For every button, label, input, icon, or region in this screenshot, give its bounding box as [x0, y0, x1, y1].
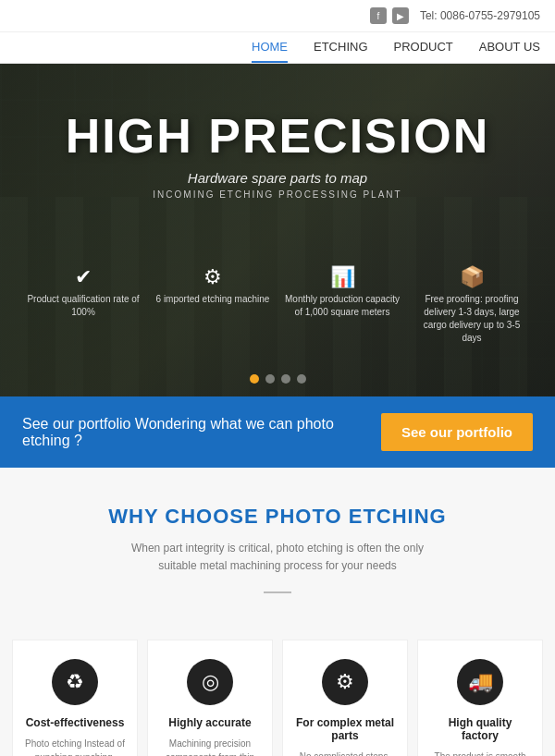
- why-section: WHY CHOOSE PHOTO ETCHING When part integ…: [0, 468, 555, 621]
- nav-etching[interactable]: ETCHING: [314, 40, 368, 63]
- feature-2-icon: ◎: [187, 659, 233, 705]
- feature-4-icon: 🚚: [457, 659, 503, 705]
- why-title: WHY CHOOSE PHOTO ETCHING: [18, 505, 536, 529]
- hero-feature-4-text: Free proofing: proofing delivery 1-3 day…: [413, 293, 531, 345]
- feature-3-title: For complex metal parts: [294, 716, 396, 742]
- why-description: When part integrity is critical, photo e…: [130, 540, 426, 575]
- nav-home[interactable]: HOME: [252, 40, 288, 63]
- dot-2[interactable]: [265, 374, 275, 384]
- hero-feature-4-icon: 📦: [413, 265, 531, 289]
- tel-info: Tel: 0086-0755-2979105: [420, 9, 540, 22]
- hero-features: ✔ Product qualification rate of 100% ⚙ 6…: [0, 258, 555, 352]
- hero-dots: [0, 374, 555, 384]
- feature-1-icon: ♻: [52, 659, 98, 705]
- hero-feature-2-text: 6 imported etching machine: [154, 293, 272, 306]
- feature-4-title: High quality factory: [429, 716, 531, 742]
- feature-card-3: ⚙ For complex metal parts No complicated…: [282, 640, 408, 756]
- hero-tag: INCOMING ETCHING PROCESSING PLANT: [0, 189, 555, 200]
- why-divider: [264, 591, 291, 593]
- hero-feature-3-text: Monthly production capacity of 1,000 squ…: [283, 293, 401, 319]
- facebook-icon[interactable]: f: [370, 7, 387, 24]
- cta-banner: See our portfolio Wondering what we can …: [0, 396, 555, 468]
- dot-4[interactable]: [297, 374, 306, 384]
- youtube-icon[interactable]: ▶: [392, 7, 409, 24]
- feature-4-text: The product is smooth without burr and n…: [429, 750, 531, 756]
- hero-section: HIGH PRECISION Hardware spare parts to m…: [0, 64, 555, 396]
- hero-feature-3: 📊 Monthly production capacity of 1,000 s…: [278, 258, 407, 352]
- hero-feature-1: ✔ Product qualification rate of 100%: [18, 258, 148, 352]
- feature-2-title: Highly accurate: [159, 716, 261, 729]
- see-portfolio-button[interactable]: See our portfolio: [381, 413, 533, 451]
- feature-card-2: ◎ Highly accurate Machining precision co…: [147, 640, 273, 756]
- hero-title: HIGH PRECISION: [0, 110, 555, 163]
- hero-content: HIGH PRECISION Hardware spare parts to m…: [0, 110, 555, 200]
- feature-3-icon: ⚙: [322, 659, 368, 705]
- feature-1-text: Photo etching Instead of punching,punchi…: [24, 737, 126, 756]
- main-nav: HOME ETCHING PRODUCT ABOUT US: [0, 32, 555, 64]
- dot-3[interactable]: [281, 374, 290, 384]
- feature-card-1: ♻ Cost-effectiveness Photo etching Inste…: [12, 640, 138, 756]
- social-links: f ▶: [370, 7, 409, 24]
- hero-feature-1-text: Product qualification rate of 100%: [24, 293, 142, 319]
- feature-3-text: No complicated steps, the use of low ris…: [294, 750, 396, 756]
- cta-text: See our portfolio Wondering what we can …: [22, 416, 381, 449]
- hero-feature-1-icon: ✔: [24, 265, 142, 289]
- features-grid: ♻ Cost-effectiveness Photo etching Inste…: [0, 621, 555, 756]
- dot-1[interactable]: [250, 374, 259, 384]
- site-header: f ▶ Tel: 0086-0755-2979105: [0, 0, 555, 32]
- hero-subtitle: Hardware spare parts to map: [0, 170, 555, 186]
- nav-about[interactable]: ABOUT US: [479, 40, 540, 63]
- feature-2-text: Machining precision components from thin…: [159, 737, 261, 756]
- hero-feature-2-icon: ⚙: [154, 265, 272, 289]
- nav-product[interactable]: PRODUCT: [394, 40, 453, 63]
- feature-1-title: Cost-effectiveness: [24, 716, 126, 729]
- hero-feature-2: ⚙ 6 imported etching machine: [148, 258, 278, 352]
- hero-feature-4: 📦 Free proofing: proofing delivery 1-3 d…: [407, 258, 536, 352]
- feature-card-4: 🚚 High quality factory The product is sm…: [417, 640, 543, 756]
- hero-feature-3-icon: 📊: [283, 265, 401, 289]
